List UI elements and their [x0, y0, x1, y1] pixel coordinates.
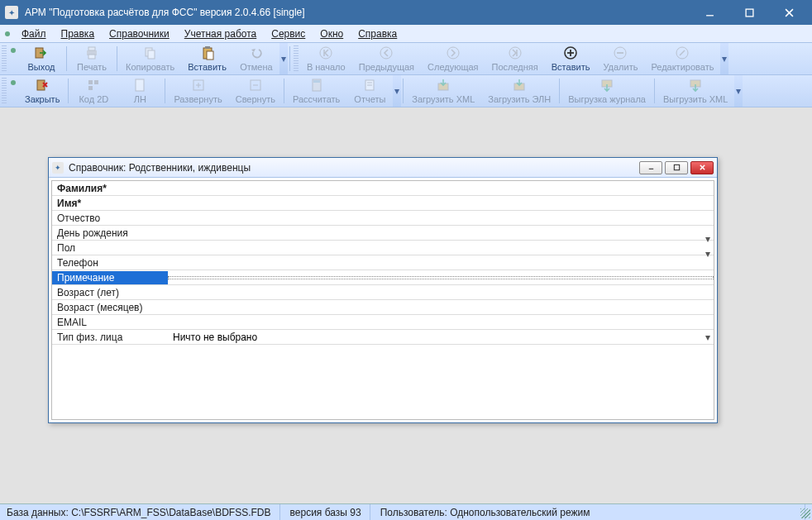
menu-help[interactable]: Справка: [351, 26, 404, 41]
nav-prev-button[interactable]: Предыдущая: [352, 43, 421, 74]
menu-dictionaries[interactable]: Справочники: [103, 26, 176, 41]
paste-button[interactable]: Вставить: [181, 43, 233, 74]
field-label: Имя*: [52, 197, 168, 210]
exit-icon: [25, 45, 58, 60]
toolbar-grip2-icon: [294, 45, 299, 72]
svg-rect-27: [94, 80, 98, 84]
minimize-button[interactable]: [695, 2, 724, 22]
menu-service[interactable]: Сервис: [265, 26, 312, 41]
dropdown-icon[interactable]: ▾: [705, 248, 710, 260]
dialog-title: Справочник: Родственники, иждивенцы: [69, 162, 639, 174]
field-label: Возраст (лет): [52, 286, 168, 299]
svg-point-15: [447, 47, 459, 59]
export-xml-button[interactable]: Выгрузить XML: [657, 75, 734, 107]
export-log-button[interactable]: Выгрузка журнала: [561, 75, 652, 107]
toolbar-secondary: Закрыть Код 2D ЛН Развернуть Свернуть Ра…: [0, 75, 812, 107]
expand-button[interactable]: Развернуть: [167, 75, 228, 107]
code2d-button[interactable]: Код 2D: [70, 75, 117, 107]
report-icon: [353, 78, 386, 93]
form-row[interactable]: Фамилия*: [52, 181, 714, 196]
nav-insert-button[interactable]: Вставить: [545, 43, 597, 74]
menu-window[interactable]: Окно: [313, 26, 350, 41]
ln-button[interactable]: ЛН: [117, 75, 163, 107]
field-value[interactable]: ▾: [168, 232, 714, 234]
nav-first-button[interactable]: В начало: [300, 43, 352, 74]
form-row[interactable]: Имя*: [52, 196, 714, 211]
nav-next-icon: [427, 45, 479, 60]
status-user: Пользователь: Однопользовательский режим: [380, 504, 805, 520]
load-eln-icon: [488, 78, 551, 93]
toolbar1-overflow[interactable]: ▾: [279, 43, 288, 74]
field-value[interactable]: ▾: [168, 247, 714, 249]
undo-button[interactable]: Отмена: [233, 43, 279, 74]
menubar: Файл Правка Справочники Учетная работа С…: [0, 25, 812, 43]
field-value[interactable]: [168, 262, 714, 264]
close-record-button[interactable]: Закрыть: [18, 75, 66, 107]
load-eln-button[interactable]: Загрузить ЭЛН: [481, 75, 557, 107]
export-xml-icon: [663, 78, 728, 93]
form-row[interactable]: Пол▾: [52, 241, 714, 255]
calculate-button[interactable]: Рассчитать: [286, 75, 346, 107]
menu-file[interactable]: Файл: [15, 26, 53, 41]
print-icon: [75, 45, 108, 60]
dialog-titlebar[interactable]: ✦ Справочник: Родственники, иждивенцы: [49, 158, 717, 178]
svg-rect-28: [88, 86, 93, 90]
menu-accounting[interactable]: Учетная работа: [178, 26, 263, 41]
nav-delete-button[interactable]: Удалить: [596, 43, 644, 74]
paste-icon: [188, 45, 227, 60]
field-value[interactable]: [168, 307, 714, 308]
field-label: Возраст (месяцев): [52, 301, 168, 314]
nav-delete-icon: [603, 45, 638, 60]
reports-button[interactable]: Отчеты: [346, 75, 393, 107]
close-icon: [25, 78, 60, 93]
field-label: Тип физ. лица: [52, 331, 168, 344]
toolbar2-overflow[interactable]: ▾: [734, 75, 743, 107]
form-row[interactable]: EMAIL: [52, 315, 714, 330]
toolbar1b-overflow[interactable]: ▾: [720, 43, 728, 74]
dropdown-icon[interactable]: ▾: [705, 332, 710, 343]
nav-last-button[interactable]: Последняя: [485, 43, 545, 74]
field-value[interactable]: Ничто не выбрано▾: [168, 331, 714, 344]
form-row[interactable]: Телефон: [52, 255, 714, 270]
resize-grip-icon[interactable]: [800, 508, 810, 518]
menubar-grip-icon: [5, 31, 10, 36]
form-row[interactable]: Отчество: [52, 211, 714, 226]
form-row[interactable]: Возраст (лет): [52, 285, 714, 300]
collapse-button[interactable]: Свернуть: [229, 75, 282, 107]
svg-rect-6: [88, 47, 95, 50]
dialog-minimize-button[interactable]: [639, 161, 662, 174]
dropdown-icon[interactable]: ▾: [705, 233, 710, 245]
svg-rect-36: [313, 80, 320, 83]
nav-next-button[interactable]: Следующая: [421, 43, 485, 74]
nav-edit-button[interactable]: Редактировать: [644, 43, 720, 74]
form-row[interactable]: Тип физ. лицаНичто не выбрано▾: [52, 330, 714, 345]
exit-button[interactable]: Выход: [18, 43, 64, 74]
field-value[interactable]: [168, 188, 714, 189]
maximize-button[interactable]: [734, 2, 764, 22]
form-row[interactable]: Примечание: [52, 270, 714, 285]
dialog-maximize-button[interactable]: [665, 161, 688, 174]
dialog-close-button[interactable]: [690, 161, 714, 174]
svg-rect-11: [205, 46, 210, 49]
copy-button[interactable]: Копировать: [119, 43, 181, 74]
form-row[interactable]: День рождения▾: [52, 226, 714, 241]
menu-edit[interactable]: Правка: [55, 26, 102, 41]
field-label: День рождения: [52, 227, 168, 240]
print-button[interactable]: Печать: [69, 43, 115, 74]
field-value[interactable]: [168, 322, 714, 323]
form-row[interactable]: Возраст (месяцев): [52, 300, 714, 315]
collapse-icon: [236, 78, 275, 93]
field-value[interactable]: [168, 203, 714, 204]
calculator-icon: [293, 78, 340, 93]
field-value[interactable]: [168, 276, 714, 279]
close-button[interactable]: [774, 2, 804, 22]
field-value[interactable]: [168, 292, 714, 293]
reports-dropdown[interactable]: ▾: [393, 75, 401, 107]
field-label: Фамилия*: [52, 182, 168, 195]
load-xml-button[interactable]: Загрузить XML: [405, 75, 481, 107]
form-grid: Фамилия*Имя*ОтчествоДень рождения▾Пол▾Те…: [51, 180, 714, 420]
field-value[interactable]: [168, 217, 714, 219]
copy-icon: [126, 45, 174, 60]
svg-rect-12: [207, 51, 213, 60]
svg-rect-29: [136, 79, 144, 91]
